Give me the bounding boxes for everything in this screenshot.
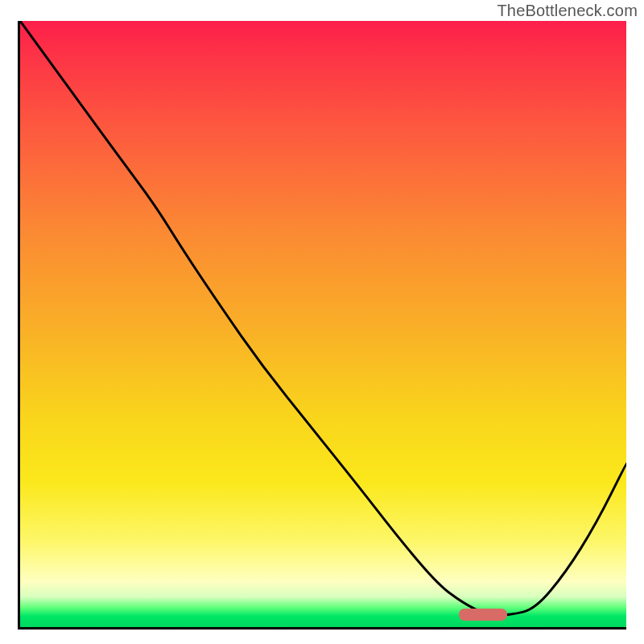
plot-area bbox=[18, 21, 626, 630]
curve-path bbox=[20, 21, 626, 615]
attribution-label: TheBottleneck.com bbox=[497, 2, 638, 20]
highlight-marker bbox=[459, 609, 507, 621]
line-series bbox=[20, 21, 626, 627]
chart-container: TheBottleneck.com bbox=[0, 0, 644, 644]
